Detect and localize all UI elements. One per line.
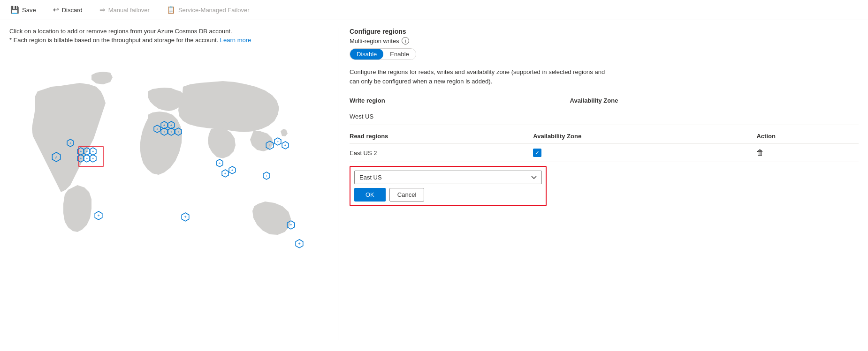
japan	[281, 129, 288, 136]
discard-button[interactable]: ↩ Discard	[50, 4, 85, 16]
svg-text:+: +	[224, 172, 227, 176]
svg-text:+: +	[284, 143, 287, 148]
failover-icon: ⇒	[99, 6, 106, 14]
uae-marker[interactable]: +	[216, 159, 223, 167]
africa	[140, 112, 182, 175]
cancel-button[interactable]: Cancel	[389, 188, 424, 202]
south-america	[63, 185, 91, 232]
svg-text:+: +	[219, 161, 221, 165]
read-regions-header: Read regions	[350, 129, 533, 144]
read-region-name: East US 2	[350, 144, 533, 162]
south-asia	[208, 128, 236, 158]
australia	[252, 202, 291, 235]
svg-text:+: +	[277, 140, 279, 144]
brazil-marker[interactable]: +	[95, 211, 102, 220]
availability-zone-header-read: Availability Zone	[533, 129, 756, 144]
service-managed-failover-button[interactable]: 📋 Service-Managed Failover	[164, 4, 252, 16]
svg-text:✓: ✓	[54, 155, 58, 160]
ok-button[interactable]: OK	[354, 188, 386, 202]
svg-text:+: +	[86, 149, 88, 154]
manual-failover-button[interactable]: ⇒ Manual failover	[97, 4, 152, 16]
left-panel: Click on a location to add or remove reg…	[9, 28, 338, 340]
india-marker-2[interactable]: +	[229, 166, 236, 174]
svg-text:+: +	[163, 123, 166, 127]
svg-text:+: +	[156, 127, 159, 131]
svg-text:+: +	[69, 141, 72, 145]
greenland	[91, 72, 113, 84]
svg-text:+: +	[177, 130, 180, 134]
write-region-az	[570, 108, 859, 125]
multi-region-subtitle: Multi-region writes i	[350, 37, 859, 45]
japan-marker[interactable]: +	[274, 138, 281, 145]
india-marker-1[interactable]: +	[222, 170, 228, 177]
toolbar: 💾 Save ↩ Discard ⇒ Manual failover 📋 Ser…	[0, 0, 868, 20]
save-button[interactable]: 💾 Save	[8, 4, 39, 16]
write-region-header: Write region	[350, 93, 570, 108]
svg-text:+: +	[80, 157, 82, 161]
svg-text:+: +	[266, 174, 268, 178]
east-us-marker-6[interactable]: +	[90, 155, 96, 162]
svg-text:+: +	[231, 168, 234, 172]
svg-text:+: +	[268, 143, 271, 148]
svg-text:+: +	[298, 241, 300, 246]
world-map-svg: ✓ + + + +	[9, 49, 319, 265]
info-icon[interactable]: i	[402, 37, 409, 45]
svg-text:+: +	[170, 123, 173, 127]
disable-toggle[interactable]: Disable	[350, 49, 383, 60]
south-africa-marker[interactable]: +	[182, 213, 189, 221]
svg-text:+: +	[97, 213, 99, 218]
info-text: Click on a location to add or remove reg…	[9, 28, 327, 35]
svg-text:+: +	[289, 223, 292, 227]
right-panel: Configure regions Multi-region writes i …	[338, 28, 859, 340]
multi-region-toggle: Disable Enable	[350, 48, 416, 60]
config-description: Configure the regions for reads, writes …	[350, 67, 612, 86]
region-select[interactable]: East USEast US 2West USWest US 2North Eu…	[354, 171, 542, 184]
action-header: Action	[756, 129, 859, 144]
svg-text:+: +	[170, 130, 173, 134]
discard-icon: ↩	[53, 6, 59, 14]
save-icon: 💾	[10, 6, 19, 14]
read-region-row: East US 2 ✓ 🗑	[350, 144, 859, 162]
svg-text:+: +	[92, 149, 94, 154]
enable-toggle[interactable]: Enable	[383, 49, 415, 60]
svg-text:+: +	[184, 215, 186, 219]
service-failover-icon: 📋	[167, 6, 175, 14]
australia-se-marker[interactable]: +	[296, 239, 303, 248]
availability-zone-header-write: Availability Zone	[570, 93, 859, 108]
write-region-value: West US	[350, 108, 570, 125]
learn-more-link[interactable]: Learn more	[220, 37, 251, 44]
svg-text:+: +	[86, 157, 88, 161]
add-region-dropdown-row: East USEast US 2West USWest US 2North Eu…	[350, 166, 547, 206]
read-regions-table: Read regions Availability Zone Action Ea…	[350, 129, 859, 162]
az-checkbox[interactable]: ✓	[533, 149, 541, 157]
east-us-marker-5[interactable]: +	[84, 155, 90, 162]
svg-text:+: +	[163, 130, 166, 134]
configure-regions-title: Configure regions	[350, 28, 859, 35]
svg-text:+: +	[92, 157, 94, 161]
main-layout: Click on a location to add or remove reg…	[0, 20, 868, 348]
regions-table: Write region Availability Zone West US	[350, 93, 859, 125]
info-note: * Each region is billable based on the t…	[9, 37, 327, 44]
write-region-row: West US	[350, 108, 859, 125]
svg-text:+: +	[80, 149, 82, 154]
map-container: ✓ + + + +	[9, 49, 319, 274]
read-region-az: ✓	[533, 144, 756, 162]
read-region-action: 🗑	[756, 144, 859, 162]
asia-north	[178, 81, 279, 132]
dropdown-actions: OK Cancel	[354, 188, 542, 202]
korea-marker[interactable]: +	[282, 142, 289, 149]
north-america	[32, 83, 106, 192]
southeast-asia-marker[interactable]: +	[263, 172, 270, 179]
east-us-marker-3[interactable]: +	[90, 148, 96, 155]
delete-region-icon[interactable]: 🗑	[756, 149, 764, 157]
